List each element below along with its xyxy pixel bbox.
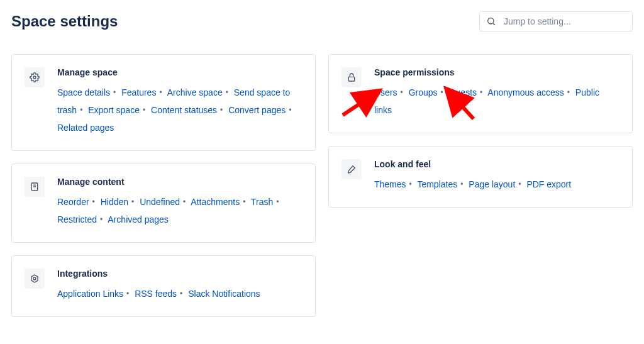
card-title: Space permissions xyxy=(374,67,618,77)
link-reorder[interactable]: Reorder xyxy=(57,197,89,207)
link-hidden[interactable]: Hidden xyxy=(101,197,128,207)
svg-line-1 xyxy=(493,23,495,25)
separator-dot: • xyxy=(397,88,406,97)
page-title: Space settings xyxy=(11,13,118,30)
card-title: Look and feel xyxy=(374,159,618,169)
separator-dot: • xyxy=(156,88,165,97)
card-space-permissions: Space permissions Users• Groups• Guests•… xyxy=(328,54,633,133)
separator-dot: • xyxy=(89,197,98,206)
search-input[interactable] xyxy=(502,16,626,27)
svg-rect-8 xyxy=(348,77,354,81)
separator-dot: • xyxy=(515,180,524,189)
separator-dot: • xyxy=(128,197,137,206)
separator-dot: • xyxy=(457,180,466,189)
lock-icon xyxy=(341,67,362,87)
card-manage-space: Manage space Space details• Features• Ar… xyxy=(11,54,316,151)
separator-dot: • xyxy=(286,106,294,114)
link-templates[interactable]: Templates xyxy=(417,179,457,189)
link-themes[interactable]: Themes xyxy=(374,179,406,189)
separator-dot: • xyxy=(273,197,282,206)
separator-dot: • xyxy=(438,88,447,97)
separator-dot: • xyxy=(97,215,106,224)
document-icon xyxy=(25,177,45,197)
search-icon xyxy=(486,16,496,26)
link-guests[interactable]: Guests xyxy=(449,87,477,97)
brush-icon xyxy=(341,159,362,179)
link-features[interactable]: Features xyxy=(121,87,156,97)
link-undefined[interactable]: Undefined xyxy=(140,197,180,207)
separator-dot: • xyxy=(110,88,119,97)
link-list: Reorder• Hidden• Undefined• Attachments•… xyxy=(57,193,301,228)
link-application-links[interactable]: Application Links xyxy=(57,289,123,299)
svg-line-10 xyxy=(343,92,377,115)
separator-dot: • xyxy=(77,106,86,114)
link-groups[interactable]: Groups xyxy=(409,87,438,97)
card-title: Manage content xyxy=(57,177,301,187)
link-page-layout[interactable]: Page layout xyxy=(469,179,515,189)
svg-marker-6 xyxy=(31,275,38,282)
link-related-pages[interactable]: Related pages xyxy=(57,123,114,133)
link-list: Application Links• RSS feeds• Slack Noti… xyxy=(57,285,301,302)
separator-dot: • xyxy=(140,106,148,114)
link-space-details[interactable]: Space details xyxy=(57,87,110,97)
card-integrations: Integrations Application Links• RSS feed… xyxy=(11,255,316,317)
link-list: Users• Groups• Guests• Anonymous access•… xyxy=(374,84,618,119)
link-list: Themes• Templates• Page layout• PDF expo… xyxy=(374,175,618,193)
card-manage-content: Manage content Reorder• Hidden• Undefine… xyxy=(11,164,316,243)
link-rss-feeds[interactable]: RSS feeds xyxy=(135,289,177,299)
link-trash[interactable]: Trash xyxy=(251,197,273,207)
link-archive-space[interactable]: Archive space xyxy=(167,87,223,97)
link-users[interactable]: Users xyxy=(374,87,397,97)
link-convert-pages[interactable]: Convert pages xyxy=(228,105,286,115)
card-look-and-feel: Look and feel Themes• Templates• Page la… xyxy=(328,146,633,208)
card-title: Integrations xyxy=(57,269,301,279)
integration-icon xyxy=(25,269,45,289)
separator-dot: • xyxy=(223,88,231,97)
link-restricted[interactable]: Restricted xyxy=(57,214,97,225)
link-anonymous-access[interactable]: Anonymous access xyxy=(487,87,564,97)
svg-point-7 xyxy=(33,277,36,280)
link-slack-notifications[interactable]: Slack Notifications xyxy=(188,289,260,299)
separator-dot: • xyxy=(180,197,189,206)
separator-dot: • xyxy=(564,88,573,97)
separator-dot: • xyxy=(406,180,415,189)
separator-dot: • xyxy=(217,106,226,114)
search-box[interactable] xyxy=(479,11,633,31)
gear-icon xyxy=(25,67,45,87)
link-content-statuses[interactable]: Content statuses xyxy=(151,105,217,115)
separator-dot: • xyxy=(177,289,186,298)
separator-dot: • xyxy=(240,197,248,206)
link-list: Space details• Features• Archive space• … xyxy=(57,84,301,136)
link-archived-pages[interactable]: Archived pages xyxy=(108,214,169,225)
link-pdf-export[interactable]: PDF export xyxy=(526,179,571,189)
svg-point-2 xyxy=(33,76,36,79)
link-export-space[interactable]: Export space xyxy=(88,105,140,115)
svg-point-0 xyxy=(488,18,494,24)
separator-dot: • xyxy=(477,88,486,97)
card-title: Manage space xyxy=(57,67,301,77)
link-attachments[interactable]: Attachments xyxy=(191,197,240,207)
separator-dot: • xyxy=(123,289,132,298)
